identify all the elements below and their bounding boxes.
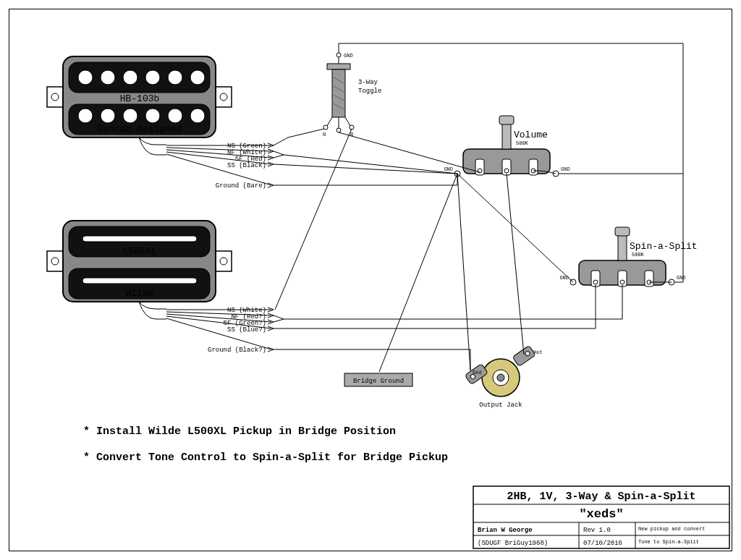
page: HB-103b Duncan Designed	[0, 0, 741, 560]
frame-border	[9, 9, 732, 551]
